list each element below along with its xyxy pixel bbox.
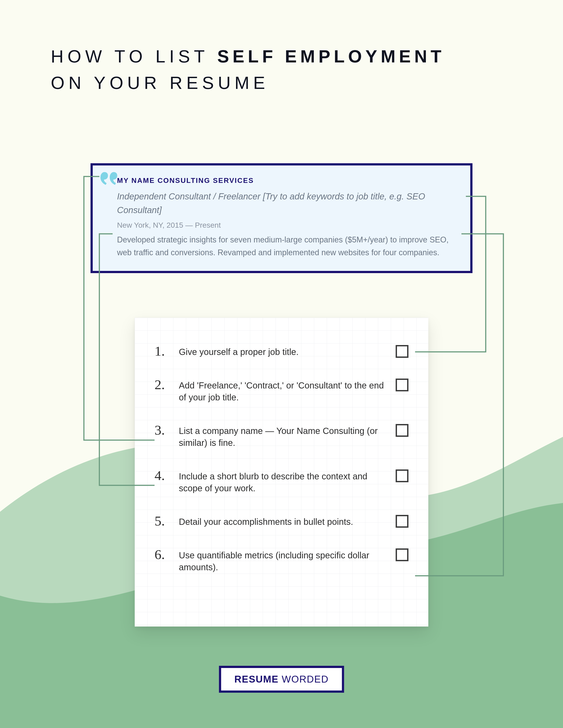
title-line-1: How to list Self Employment — [51, 46, 445, 67]
checklist-text: Include a short blurb to describe the co… — [179, 469, 409, 494]
checklist-number: 2. — [154, 378, 179, 391]
sample-job-title: Independent Consultant / Freelancer [Try… — [117, 190, 455, 217]
checklist-number: 6. — [154, 548, 179, 561]
checklist-number: 3. — [154, 423, 179, 437]
logo-text: RESUME WORDED — [234, 674, 329, 685]
logo-part1: RESUME — [234, 674, 278, 685]
checklist-text: Give yourself a proper job title. — [179, 344, 409, 358]
checkbox-icon — [396, 424, 409, 437]
sample-meta: New York, NY, 2015 — Present — [117, 221, 455, 229]
checklist-item-2: 2. Add 'Freelance,' 'Contract,' or 'Cons… — [154, 378, 409, 403]
checklist-item-1: 1. Give yourself a proper job title. — [154, 344, 409, 358]
checklist-text: Use quantifiable metrics (including spec… — [179, 548, 409, 573]
page: How to list Self Employment on your resu… — [0, 0, 563, 728]
checklist-number: 1. — [154, 344, 179, 358]
checklist-text: List a company name — Your Name Consulti… — [179, 423, 409, 449]
checklist-text: Add 'Freelance,' 'Contract,' or 'Consult… — [179, 378, 409, 403]
logo-part2: WORDED — [278, 674, 329, 685]
sample-resume-card: MY NAME CONSULTING SERVICES Independent … — [90, 163, 473, 273]
sample-company-name: MY NAME CONSULTING SERVICES — [117, 176, 455, 185]
checklist-number: 5. — [154, 514, 179, 528]
checkbox-icon — [396, 548, 409, 561]
checklist-item-6: 6. Use quantifiable metrics (including s… — [154, 548, 409, 573]
checkbox-icon — [396, 345, 409, 358]
checkbox-icon — [396, 515, 409, 528]
checklist-item-3: 3. List a company name — Your Name Consu… — [154, 423, 409, 449]
page-title: How to list Self Employment on your resu… — [51, 46, 445, 93]
quote-icon — [100, 172, 118, 185]
title-pre: How to list — [51, 47, 217, 66]
checklist-number: 4. — [154, 469, 179, 482]
brand-logo: RESUME WORDED — [219, 666, 344, 693]
title-bold: Self Employment — [217, 47, 445, 66]
title-line-2: on your resume — [51, 73, 445, 93]
checklist-card: 1. Give yourself a proper job title. 2. … — [135, 318, 428, 627]
checklist-item-4: 4. Include a short blurb to describe the… — [154, 469, 409, 494]
checklist-text: Detail your accomplishments in bullet po… — [179, 514, 409, 528]
checkbox-icon — [396, 469, 409, 482]
sample-description: Developed strategic insights for seven m… — [117, 233, 455, 259]
checkbox-icon — [396, 379, 409, 391]
checklist-item-5: 5. Detail your accomplishments in bullet… — [154, 514, 409, 528]
